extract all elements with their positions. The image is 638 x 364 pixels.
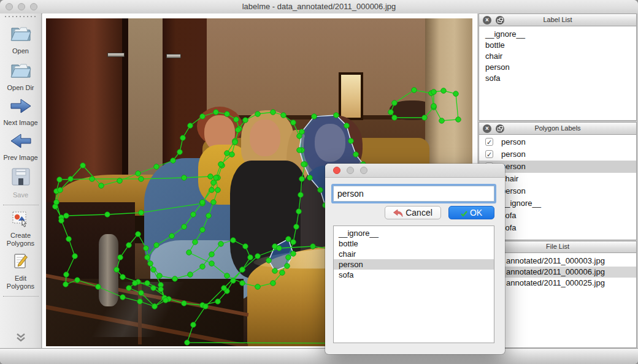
polygon-vertex[interactable] [172,276,178,282]
polygon-vertex[interactable] [117,178,123,184]
ok-button[interactable]: OK [448,206,494,219]
polygon-vertex[interactable] [353,152,359,157]
polygon-vertex[interactable] [255,254,261,259]
polygon-vertex[interactable] [218,162,224,167]
polygon-vertex[interactable] [139,210,144,216]
dialog-label-item[interactable]: __ignore__ [334,228,494,238]
label-list-item[interactable]: __ignore__ [479,29,636,40]
polygon-vertex[interactable] [286,237,291,242]
polygon-vertex[interactable] [126,286,132,291]
polygon-vertex[interactable] [422,115,428,121]
polygon-vertex[interactable] [255,284,261,290]
polygon-vertex[interactable] [231,278,236,284]
dialog-label-item[interactable]: bottle [334,238,494,249]
polygon-vertex[interactable] [99,183,104,189]
polygon-vertex[interactable] [154,164,160,170]
polygon-vertex[interactable] [225,112,230,117]
polygon-vertex[interactable] [291,120,296,126]
polygon-vertex[interactable] [233,140,238,145]
polygon-vertex[interactable] [272,268,278,274]
dialog-titlebar[interactable] [325,164,505,178]
polygon-vertex[interactable] [54,200,60,205]
polygon-vertex[interactable] [206,213,212,219]
polygon-vertex[interactable] [75,278,80,283]
polygon-vertex[interactable] [236,127,241,133]
polygon-vertex[interactable] [307,175,313,181]
open-button[interactable]: Open [10,24,32,55]
polygon-vertex[interactable] [126,243,132,248]
polygon-vertex[interactable] [66,237,72,242]
polygon-vertex[interactable] [96,284,101,290]
polygon-vertex[interactable] [193,240,198,245]
polygon-vertex[interactable] [114,267,120,273]
polygon-vertex[interactable] [294,224,299,230]
polygon-vertex[interactable] [281,113,286,118]
checkbox[interactable]: ✓ [485,150,493,158]
polygon-vertex[interactable] [68,176,74,182]
polygon-vertex[interactable] [392,115,398,121]
polygon-vertex[interactable] [186,250,192,256]
polygon-vertex[interactable] [191,212,196,218]
polygon-vertex[interactable] [255,112,261,117]
polygon-vertex[interactable] [209,261,215,267]
polygon-vertex[interactable] [298,192,304,198]
polygon-vertex[interactable] [200,200,206,205]
polygon-person-left[interactable] [56,112,239,306]
polygon-vertex[interactable] [200,114,206,119]
polygon-vertex[interactable] [152,304,158,309]
label-input[interactable]: person [333,186,494,202]
polygon-vertex[interactable] [234,117,239,123]
polygon-vertex[interactable] [57,177,63,183]
dialog-zoom-button[interactable] [360,167,367,174]
polygon-vertex[interactable] [182,224,187,230]
polygon-vertex[interactable] [211,200,217,205]
polygon-vertex[interactable] [139,176,144,182]
polygon-vertex[interactable] [148,261,153,267]
polygon-vertex[interactable] [243,244,248,249]
polygon-vertex[interactable] [136,171,141,176]
polygon-label-item[interactable]: ✓person [479,148,636,161]
cancel-button[interactable]: Cancel [385,206,441,219]
polygon-vertex[interactable] [334,113,339,118]
polygon-vertex[interactable] [59,218,64,224]
polygon-vertex[interactable] [215,299,221,305]
polygon-vertex[interactable] [453,91,459,97]
polygon-vertex[interactable] [208,174,213,180]
polygon-vertex[interactable] [388,110,394,115]
polygon-vertex[interactable] [348,138,354,144]
dialog-label-item[interactable]: sofa [334,270,494,280]
polygon-vertex[interactable] [312,114,317,119]
polygon-vertex[interactable] [137,299,143,305]
polygon-vertex[interactable] [180,135,186,141]
polygon-vertex[interactable] [299,129,305,135]
polygon-vertex[interactable] [154,243,160,248]
polygon-vertex[interactable] [439,118,445,124]
label-list-item[interactable]: chair [479,51,636,62]
polygon-vertex[interactable] [431,104,437,109]
polygon-vertex[interactable] [301,162,307,167]
polygon-vertex[interactable] [151,267,156,273]
polygon-vertex[interactable] [203,304,209,309]
polygon-vertex[interactable] [158,287,164,292]
create-polygons-button[interactable]: Create Polygons [0,211,41,248]
polygon-vertex[interactable] [392,100,398,106]
polygon-vertex[interactable] [145,255,150,260]
polygon-vertex[interactable] [229,152,235,157]
polygon-vertex[interactable] [456,117,461,123]
polygon-vertex[interactable] [299,176,305,182]
polygon-vertex[interactable] [72,254,78,259]
polygon-vertex[interactable] [286,255,291,260]
polygon-vertex[interactable] [80,163,86,169]
polygon-vertex[interactable] [231,238,236,243]
polygon-vertex[interactable] [163,298,169,303]
polygon-labels-header[interactable]: × Polygon Labels [479,122,637,135]
polygon-vertex[interactable] [280,270,285,276]
edit-polygons-button[interactable]: Edit Polygons [0,253,41,290]
polygon-vertex[interactable] [105,212,110,218]
polygon-vertex[interactable] [215,188,221,193]
polygon-vertex[interactable] [431,89,437,95]
polygon-vertex[interactable] [64,272,69,278]
polygon-vertex[interactable] [240,281,245,286]
toolbar-drag-handle[interactable] [5,16,37,17]
polygon-vertex[interactable] [200,264,206,270]
